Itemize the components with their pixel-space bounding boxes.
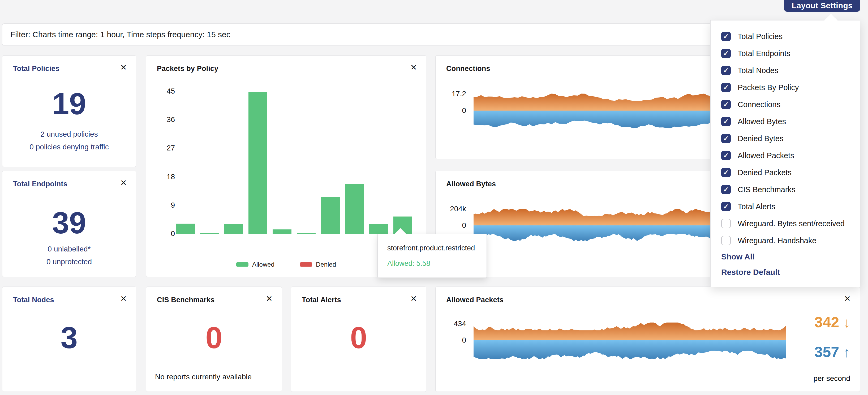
layout-menu-item-label: Allowed Packets <box>738 151 794 160</box>
y-tick: 434 <box>443 320 466 328</box>
close-icon[interactable]: ✕ <box>120 179 127 187</box>
close-icon[interactable]: ✕ <box>844 295 851 303</box>
checkbox-unchecked-icon[interactable] <box>721 236 731 245</box>
allowed-packets-card: Allowed Packets ✕ 434 0 342 ↓ 357 ↑ per … <box>435 286 860 392</box>
show-all-link[interactable]: Show All <box>711 249 860 264</box>
close-icon[interactable]: ✕ <box>266 295 273 303</box>
y-tick: 0 <box>443 222 466 229</box>
dashboard-page: Layout Settings Filter: Charts time rang… <box>0 0 868 395</box>
unprotected-text: 0 unprotected <box>2 258 136 265</box>
total-alerts-value: 0 <box>291 322 426 353</box>
card-title: Total Alerts <box>302 296 341 304</box>
arrow-up-icon: ↑ <box>843 344 850 360</box>
layout-settings-button[interactable]: Layout Settings <box>784 0 860 12</box>
y-tick: 0 <box>154 230 175 237</box>
layout-menu-item-label: Total Alerts <box>738 202 775 211</box>
layout-menu-item-allowed-packets[interactable]: ✓Allowed Packets <box>711 147 860 164</box>
checkbox-checked-icon[interactable]: ✓ <box>721 49 731 58</box>
per-second-label: per second <box>813 375 850 382</box>
layout-menu-item-label: Allowed Bytes <box>738 117 786 126</box>
total-nodes-value: 3 <box>2 322 136 353</box>
layout-settings-menu: ✓Total Policies✓Total Endpoints✓Total No… <box>710 20 860 287</box>
layout-menu-item-total-alerts[interactable]: ✓Total Alerts <box>711 198 860 215</box>
checkbox-checked-icon[interactable]: ✓ <box>721 168 731 177</box>
y-tick: 36 <box>154 116 175 123</box>
checkbox-checked-icon[interactable]: ✓ <box>721 66 731 75</box>
layout-menu-item-label: Denied Packets <box>738 168 792 177</box>
y-tick: 0 <box>443 337 466 344</box>
tooltip-policy-name: storefront.product.restricted <box>387 244 475 252</box>
checkbox-checked-icon[interactable]: ✓ <box>721 83 731 92</box>
legend-denied-label: Denied <box>316 261 336 268</box>
total-endpoints-value: 39 <box>2 207 136 238</box>
card-title: Total Policies <box>13 64 59 73</box>
total-policies-value: 19 <box>2 88 136 119</box>
card-title: Total Endpoints <box>13 180 67 188</box>
layout-menu-item-total-policies[interactable]: ✓Total Policies <box>711 28 860 45</box>
tooltip-allowed-value: Allowed: 5.58 <box>387 259 430 268</box>
card-title: CIS Benchmarks <box>157 296 215 304</box>
denied-swatch-icon <box>300 262 312 266</box>
unused-policies-text: 2 unused policies <box>2 131 136 138</box>
layout-menu-items: ✓Total Policies✓Total Endpoints✓Total No… <box>711 28 860 249</box>
layout-menu-item-label: Total Nodes <box>738 66 778 75</box>
legend-denied: Denied <box>300 261 336 268</box>
allowed-packets-stream-chart[interactable] <box>473 317 786 364</box>
total-nodes-card: Total Nodes ✕ 3 <box>2 286 136 392</box>
layout-menu-item-wireguard-bytes-sent-received[interactable]: Wireguard. Bytes sent/received <box>711 215 860 232</box>
card-title: Allowed Bytes <box>446 180 496 188</box>
arrow-down-icon: ↓ <box>843 315 850 330</box>
y-tick: 45 <box>154 87 175 95</box>
layout-menu-item-label: Wireguard. Bytes sent/received <box>738 219 845 228</box>
layout-menu-item-label: Connections <box>738 100 780 109</box>
card-title: Total Nodes <box>13 296 54 304</box>
checkbox-checked-icon[interactable]: ✓ <box>721 100 731 109</box>
card-title: Connections <box>446 64 490 73</box>
close-icon[interactable]: ✕ <box>120 63 127 72</box>
cis-benchmarks-card: CIS Benchmarks ✕ 0 No reports currently … <box>146 286 282 392</box>
layout-menu-item-connections[interactable]: ✓Connections <box>711 96 860 113</box>
denying-policies-text: 0 policies denying traffic <box>2 143 136 151</box>
total-alerts-card: Total Alerts ✕ 0 <box>291 286 426 392</box>
total-endpoints-card: Total Endpoints ✕ 39 0 unlabelled* 0 unp… <box>2 171 136 277</box>
legend-allowed-label: Allowed <box>252 261 275 268</box>
unlabelled-text: 0 unlabelled* <box>2 245 136 253</box>
layout-menu-item-wireguard-handshake[interactable]: Wireguard. Handshake <box>711 232 860 249</box>
layout-menu-item-total-nodes[interactable]: ✓Total Nodes <box>711 62 860 79</box>
layout-menu-item-label: Wireguard. Handshake <box>738 236 816 245</box>
checkbox-checked-icon[interactable]: ✓ <box>721 151 731 160</box>
layout-menu-item-packets-by-policy[interactable]: ✓Packets By Policy <box>711 79 860 96</box>
layout-menu-item-label: Packets By Policy <box>738 83 799 92</box>
checkbox-checked-icon[interactable]: ✓ <box>721 185 731 194</box>
close-icon[interactable]: ✕ <box>410 295 417 303</box>
y-tick: 204k <box>443 205 466 213</box>
y-tick: 27 <box>154 144 175 152</box>
packets-up-stat: 357 ↑ <box>814 344 850 359</box>
menu-caret-icon <box>824 13 838 27</box>
checkbox-checked-icon[interactable]: ✓ <box>721 202 731 211</box>
filter-text: Filter: Charts time range: 1 hour, Time … <box>10 30 230 39</box>
legend-allowed: Allowed <box>236 261 275 268</box>
layout-menu-item-label: Denied Bytes <box>738 134 783 143</box>
packets-bar-chart[interactable] <box>176 90 420 239</box>
close-icon[interactable]: ✕ <box>120 295 127 303</box>
layout-menu-item-total-endpoints[interactable]: ✓Total Endpoints <box>711 45 860 62</box>
restore-default-link[interactable]: Restore Default <box>711 264 860 280</box>
chart-tooltip: storefront.product.restricted Allowed: 5… <box>377 234 487 278</box>
no-reports-text: No reports currently available <box>155 373 252 380</box>
checkbox-unchecked-icon[interactable] <box>721 219 731 228</box>
layout-menu-item-allowed-bytes[interactable]: ✓Allowed Bytes <box>711 113 860 130</box>
checkbox-checked-icon[interactable]: ✓ <box>721 134 731 143</box>
layout-menu-item-label: Total Endpoints <box>738 49 790 58</box>
layout-menu-item-denied-packets[interactable]: ✓Denied Packets <box>711 164 860 181</box>
y-tick: 17.2 <box>443 90 466 97</box>
y-tick: 9 <box>154 201 175 209</box>
checkbox-checked-icon[interactable]: ✓ <box>721 32 731 41</box>
packets-down-stat: 342 ↓ <box>814 315 850 330</box>
total-policies-card: Total Policies ✕ 19 2 unused policies 0 … <box>2 55 136 167</box>
layout-menu-item-denied-bytes[interactable]: ✓Denied Bytes <box>711 130 860 147</box>
cis-benchmarks-value: 0 <box>146 322 282 353</box>
y-tick: 0 <box>443 107 466 114</box>
layout-menu-item-cis-benchmarks[interactable]: ✓CIS Benchmarks <box>711 181 860 198</box>
checkbox-checked-icon[interactable]: ✓ <box>721 117 731 126</box>
